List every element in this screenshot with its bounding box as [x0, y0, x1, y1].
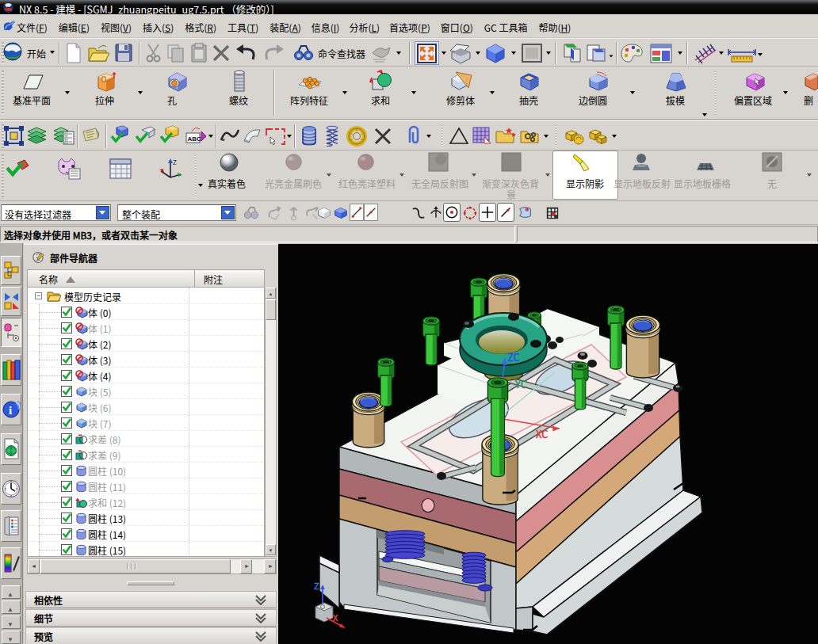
svg-text:Z: Z	[173, 158, 177, 166]
svg-text:Z: Z	[314, 579, 319, 592]
svg-text:ZC: ZC	[507, 349, 521, 364]
svg-text:XC: XC	[535, 426, 549, 441]
svg-text:X: X	[332, 611, 338, 623]
svg-text:YC: YC	[514, 376, 528, 391]
svg-text:ABC: ABC	[188, 135, 202, 143]
svg-text:i: i	[9, 404, 12, 417]
